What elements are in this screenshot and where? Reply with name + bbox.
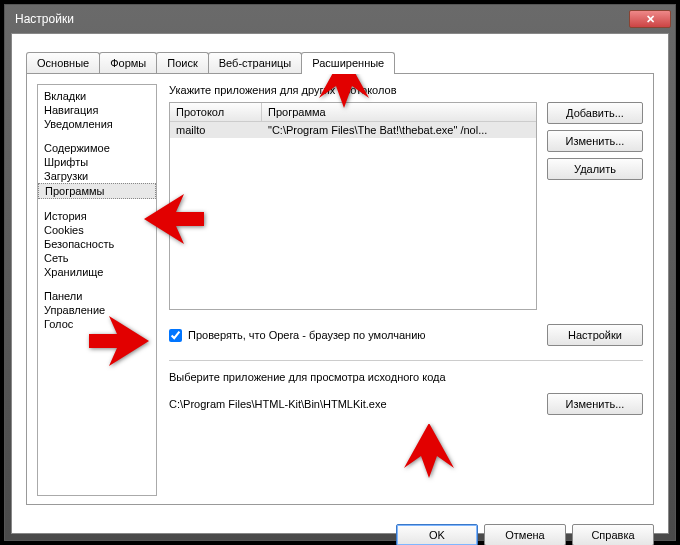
source-edit-button[interactable]: Изменить... [547, 393, 643, 415]
tab-webpages[interactable]: Веб-страницы [208, 52, 303, 73]
edit-button[interactable]: Изменить... [547, 130, 643, 152]
protocols-label: Укажите приложения для других протоколов [169, 84, 643, 96]
sidebar-item-security[interactable]: Безопасность [38, 237, 156, 251]
cancel-button[interactable]: Отмена [484, 524, 566, 545]
sidebar-item-fonts[interactable]: Шрифты [38, 155, 156, 169]
tab-search[interactable]: Поиск [156, 52, 208, 73]
sidebar-item-downloads[interactable]: Загрузки [38, 169, 156, 183]
source-path: C:\Program Files\HTML-Kit\Bin\HTMLKit.ex… [169, 398, 537, 410]
footer-buttons: OK Отмена Справка [396, 524, 654, 545]
sidebar-item-history[interactable]: История [38, 209, 156, 223]
ok-button[interactable]: OK [396, 524, 478, 545]
tab-forms[interactable]: Формы [99, 52, 157, 73]
window-title: Настройки [15, 12, 74, 26]
sidebar: Вкладки Навигация Уведомления Содержимое… [37, 84, 157, 496]
sidebar-item-voice[interactable]: Голос [38, 317, 156, 331]
default-browser-label: Проверять, что Opera - браузер по умолча… [188, 329, 426, 341]
source-label: Выберите приложение для просмотра исходн… [169, 371, 643, 383]
protocols-table[interactable]: Протокол Программа mailto "C:\Program Fi… [169, 102, 537, 310]
sidebar-item-panels[interactable]: Панели [38, 289, 156, 303]
th-program[interactable]: Программа [262, 103, 536, 121]
add-button[interactable]: Добавить... [547, 102, 643, 124]
th-protocol[interactable]: Протокол [170, 103, 262, 121]
main-pane: Укажите приложения для других протоколов… [169, 84, 643, 494]
separator [169, 360, 643, 361]
close-icon: ✕ [646, 13, 655, 26]
sidebar-item-cookies[interactable]: Cookies [38, 223, 156, 237]
sidebar-item-content[interactable]: Содержимое [38, 141, 156, 155]
sidebar-item-programs[interactable]: Программы [38, 183, 156, 199]
tabs-row: Основные Формы Поиск Веб-страницы Расшир… [12, 34, 668, 73]
sidebar-item-control[interactable]: Управление [38, 303, 156, 317]
cell-program: "C:\Program Files\The Bat!\thebat.exe" /… [262, 122, 536, 138]
table-header: Протокол Программа [170, 103, 536, 122]
close-button[interactable]: ✕ [629, 10, 671, 28]
titlebar: Настройки ✕ [5, 5, 675, 33]
table-row[interactable]: mailto "C:\Program Files\The Bat!\thebat… [170, 122, 536, 138]
settings-window: Настройки ✕ Основные Формы Поиск Веб-стр… [4, 4, 676, 541]
tab-advanced[interactable]: Расширенные [301, 52, 395, 74]
delete-button[interactable]: Удалить [547, 158, 643, 180]
tab-sheet: Вкладки Навигация Уведомления Содержимое… [26, 73, 654, 505]
sidebar-item-tabs[interactable]: Вкладки [38, 89, 156, 103]
sidebar-item-storage[interactable]: Хранилище [38, 265, 156, 279]
default-browser-checkbox[interactable] [169, 329, 182, 342]
content-area: Основные Формы Поиск Веб-страницы Расшир… [11, 33, 669, 534]
settings-button[interactable]: Настройки [547, 324, 643, 346]
tab-general[interactable]: Основные [26, 52, 100, 73]
sidebar-item-network[interactable]: Сеть [38, 251, 156, 265]
cell-protocol: mailto [170, 122, 262, 138]
help-button[interactable]: Справка [572, 524, 654, 545]
sidebar-item-notifications[interactable]: Уведомления [38, 117, 156, 131]
sidebar-item-navigation[interactable]: Навигация [38, 103, 156, 117]
